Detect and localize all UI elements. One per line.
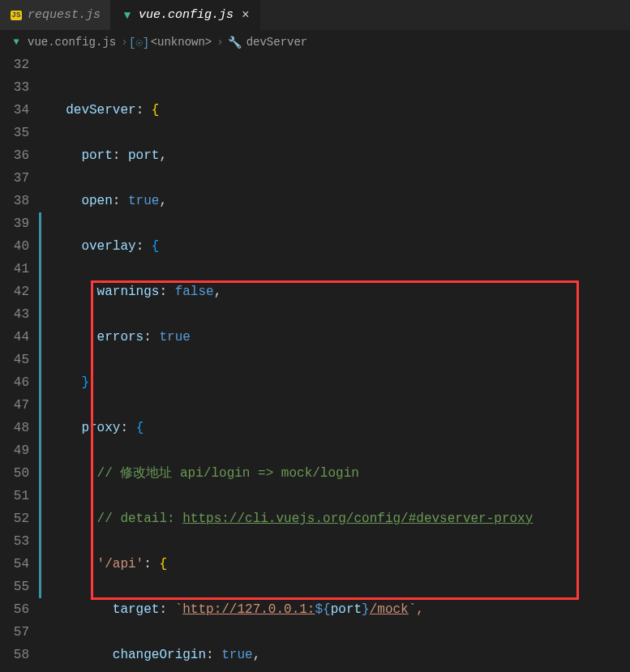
tab-bar: JS request.js ▼ vue.config.js ×	[0, 0, 630, 31]
line-number: 49	[0, 439, 29, 462]
line-number: 44	[0, 326, 29, 349]
tab-vue-config-js[interactable]: ▼ vue.config.js ×	[111, 0, 260, 30]
line-number: 47	[0, 394, 29, 417]
line-number: 48	[0, 417, 29, 439]
line-number: 32	[0, 54, 29, 76]
line-number: 54	[0, 553, 29, 576]
line-number: 34	[0, 99, 29, 122]
line-number: 39	[0, 212, 29, 235]
line-number: 45	[0, 349, 29, 371]
line-number: 37	[0, 167, 29, 190]
tab-request-js[interactable]: JS request.js	[0, 0, 111, 30]
vue-icon: ▼	[121, 9, 134, 22]
line-number-gutter: 3233343536373839404142434445464748495051…	[0, 54, 44, 672]
line-number: 53	[0, 530, 29, 553]
chevron-right-icon: ›	[121, 36, 127, 49]
code-area[interactable]: devServer: { port: port, open: true, ove…	[44, 54, 630, 672]
breadcrumb-segment[interactable]: devServer	[246, 36, 308, 49]
line-number: 55	[0, 576, 29, 598]
chevron-right-icon: ›	[216, 36, 223, 49]
tab-label: vue.config.js	[139, 8, 234, 22]
line-number: 40	[0, 235, 29, 258]
line-number: 51	[0, 485, 29, 507]
line-number: 33	[0, 76, 29, 99]
vue-icon: ▼	[10, 36, 23, 49]
breadcrumb-file[interactable]: vue.config.js	[28, 36, 116, 49]
line-number: 36	[0, 144, 29, 167]
line-number: 46	[0, 371, 29, 394]
line-number: 42	[0, 280, 29, 303]
line-number: 58	[0, 644, 29, 666]
module-icon: [☉]	[133, 36, 146, 49]
line-number: 56	[0, 598, 29, 621]
tab-label: request.js	[28, 8, 101, 22]
line-number: 38	[0, 190, 29, 212]
line-number: 50	[0, 462, 29, 485]
line-number: 43	[0, 303, 29, 326]
js-icon: JS	[10, 9, 23, 22]
editor[interactable]: 3233343536373839404142434445464748495051…	[0, 54, 630, 672]
breadcrumb: ▼ vue.config.js › [☉] <unknown> › 🔧 devS…	[0, 31, 630, 54]
modified-indicator	[39, 212, 41, 598]
line-number: 52	[0, 507, 29, 530]
close-icon[interactable]: ×	[242, 8, 250, 23]
wrench-icon: 🔧	[229, 36, 242, 49]
line-number: 35	[0, 122, 29, 144]
line-number: 57	[0, 621, 29, 644]
breadcrumb-segment[interactable]: <unknown>	[151, 36, 212, 49]
line-number: 41	[0, 258, 29, 280]
